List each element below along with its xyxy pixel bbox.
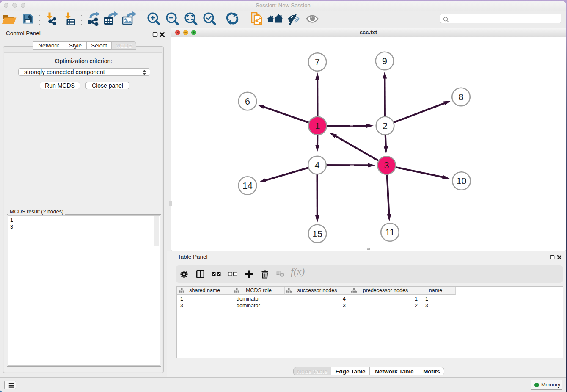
svg-text:4: 4 <box>315 160 320 171</box>
svg-text:15: 15 <box>312 229 322 239</box>
svg-text:8: 8 <box>459 92 464 102</box>
svg-text:10: 10 <box>457 176 467 186</box>
svg-text:1: 1 <box>315 121 320 131</box>
svg-text:6: 6 <box>245 97 250 107</box>
svg-text:11: 11 <box>385 227 394 237</box>
svg-text:3: 3 <box>384 160 389 171</box>
svg-text:14: 14 <box>242 181 253 191</box>
svg-text:7: 7 <box>315 57 320 67</box>
svg-text:9: 9 <box>382 56 387 66</box>
svg-text:2: 2 <box>383 121 388 131</box>
